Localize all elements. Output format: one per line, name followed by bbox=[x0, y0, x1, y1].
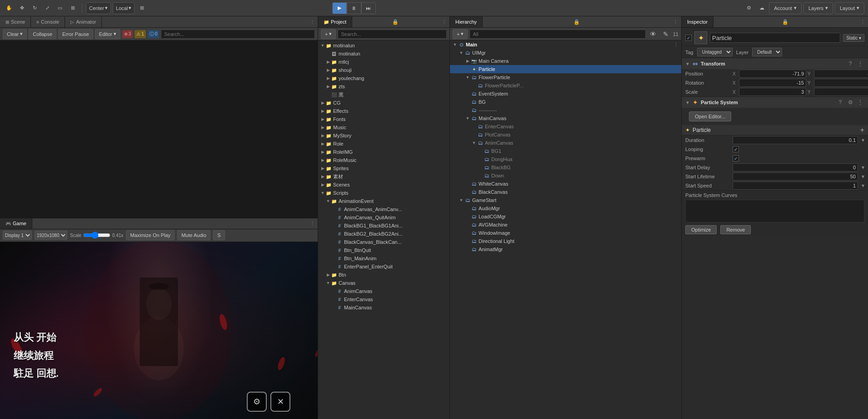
hierarchy-icon-1[interactable]: 👁 bbox=[648, 29, 658, 40]
hierarchy-item-entercanvas[interactable]: 🗂 EnterCanvas bbox=[450, 122, 681, 131]
scale-x-input[interactable] bbox=[739, 88, 806, 96]
hierarchy-item-bg1[interactable]: 🗂 BG1 bbox=[450, 147, 681, 155]
center-btn[interactable]: Center ▾ bbox=[86, 2, 111, 14]
move-tool[interactable]: ✥ bbox=[16, 3, 27, 14]
transform-menu-icon[interactable]: ⋮ bbox=[856, 60, 864, 68]
hierarchy-item-blackcanvas[interactable]: 🗂 BlackCanvas bbox=[450, 188, 681, 196]
position-y-input[interactable] bbox=[814, 70, 868, 78]
hierarchy-lock[interactable]: 🔒 bbox=[571, 16, 582, 27]
list-item[interactable]: ▶ 📁 youlechang bbox=[318, 74, 449, 82]
list-item[interactable]: ▼ 📁 motinalun bbox=[318, 41, 449, 50]
tab-scene[interactable]: ⊞ Scene bbox=[0, 16, 31, 27]
info-icon[interactable]: ? bbox=[836, 98, 844, 106]
inspector-lock[interactable]: 🔒 bbox=[780, 16, 791, 27]
warn-badge[interactable]: ⚠ 1 bbox=[135, 30, 146, 38]
display-select[interactable]: Display 1 bbox=[3, 231, 32, 240]
tab-inspector[interactable]: Inspector bbox=[682, 16, 713, 27]
editor-button[interactable]: Editor ▾ bbox=[95, 29, 120, 39]
inspector-more[interactable]: ⋮ bbox=[857, 16, 868, 27]
list-item[interactable]: # AnimCanvas_QuitAnim bbox=[318, 213, 449, 222]
hierarchy-item-gamestart[interactable]: ▼ 🗂 GameStart bbox=[450, 196, 681, 204]
settings-overlay-btn[interactable]: ⚙ bbox=[247, 392, 267, 412]
hierarchy-item-flowerparticle[interactable]: ▼ 🗂 FlowerParticle bbox=[450, 73, 681, 81]
cloud-icon[interactable]: ☁ bbox=[756, 3, 767, 14]
console-search[interactable] bbox=[161, 30, 315, 39]
position-x-input[interactable] bbox=[739, 70, 806, 78]
prewarm-checkbox[interactable] bbox=[733, 155, 739, 162]
tag-select[interactable]: Untagged bbox=[697, 48, 733, 56]
tab-console[interactable]: ≡ Console bbox=[31, 16, 65, 27]
game-tabs-more[interactable]: ⋮ bbox=[307, 218, 318, 229]
account-button[interactable]: Account ▾ bbox=[769, 2, 802, 14]
project-add-btn[interactable]: + ▾ bbox=[321, 29, 336, 39]
hierarchy-icon-2[interactable]: ✎ bbox=[660, 29, 671, 40]
layer-select[interactable]: Default bbox=[752, 48, 782, 56]
tab-game[interactable]: 🎮 Game bbox=[0, 218, 32, 229]
list-item[interactable]: ▼ 📁 Scripts bbox=[318, 189, 449, 197]
tab-project[interactable]: 📁 Project bbox=[318, 16, 352, 27]
collapse-button[interactable]: Collapse bbox=[29, 29, 56, 39]
list-item[interactable]: ▶ 📁 Scenes bbox=[318, 181, 449, 189]
list-item[interactable]: ⬛ 黑 bbox=[318, 91, 449, 99]
hierarchy-item-bg[interactable]: 🗂 BG bbox=[450, 98, 681, 106]
hierarchy-item-whitecanvas[interactable]: 🗂 WhiteCanvas bbox=[450, 180, 681, 188]
start-delay-input[interactable] bbox=[733, 163, 858, 172]
error-badge[interactable]: ⊗ 3 bbox=[122, 30, 133, 38]
hierarchy-add-btn[interactable]: + ▾ bbox=[453, 29, 468, 39]
hierarchy-item-uimgr[interactable]: ▼ 🗂 UIMgr bbox=[450, 49, 681, 57]
info-icon[interactable]: ? bbox=[846, 60, 854, 68]
start-delay-dropdown[interactable]: ▾ bbox=[862, 164, 864, 171]
scene-tabs-more[interactable]: ⋮ bbox=[307, 16, 318, 27]
list-item[interactable]: ▶ 📁 RoleMusic bbox=[318, 156, 449, 164]
hand-tool[interactable]: ✋ bbox=[4, 3, 15, 14]
open-editor-button[interactable]: Open Editor... bbox=[689, 111, 731, 121]
list-item[interactable]: ▶ 📁 CG bbox=[318, 99, 449, 107]
scale-y-input[interactable] bbox=[814, 88, 868, 96]
hierarchy-item-windowimage[interactable]: 🗂 WindowImage bbox=[450, 229, 681, 237]
tab-animator[interactable]: ▷ Animator bbox=[65, 16, 102, 27]
mute-audio-btn[interactable]: Mute Audio bbox=[177, 230, 210, 240]
list-item[interactable]: # MainCanvas bbox=[318, 303, 449, 312]
hierarchy-item-avgmachine[interactable]: 🗂 AVGMachine bbox=[450, 221, 681, 229]
rotation-y-input[interactable] bbox=[814, 79, 868, 87]
start-speed-input[interactable] bbox=[733, 182, 858, 190]
remove-button[interactable]: Remove bbox=[720, 225, 751, 234]
list-item[interactable]: ▶ 📁 mtlcj bbox=[318, 58, 449, 66]
transform-section-header[interactable]: ▼ ⇔ Transform ? ⋮ bbox=[682, 58, 868, 69]
hierarchy-item-animatmgr[interactable]: 🗂 AnimatMgr bbox=[450, 245, 681, 253]
scale-tool[interactable]: ⤢ bbox=[42, 3, 53, 14]
list-item[interactable]: ▶ 📁 Sprites bbox=[318, 164, 449, 172]
list-item[interactable]: ▶ 📁 Effects bbox=[318, 107, 449, 115]
list-item[interactable]: ▶ 📁 shouji bbox=[318, 66, 449, 74]
hierarchy-item-blackbg[interactable]: 🗂 BlackBG bbox=[450, 163, 681, 172]
project-tabs-lock[interactable]: 🔒 bbox=[390, 16, 401, 27]
rotation-x-input[interactable] bbox=[739, 79, 806, 87]
ps-add-icon[interactable]: + bbox=[860, 126, 864, 134]
tab-hierarchy[interactable]: Hierarchy bbox=[450, 16, 483, 27]
list-item[interactable]: ▶ 📁 素材 bbox=[318, 172, 449, 181]
list-item[interactable]: ▶ 📁 Music bbox=[318, 123, 449, 131]
resolution-select[interactable]: 1920x1080 bbox=[35, 231, 67, 240]
looping-checkbox[interactable] bbox=[733, 146, 739, 152]
hierarchy-item-maincamera[interactable]: ▶ 📷 Main Camera bbox=[450, 57, 681, 65]
clear-button[interactable]: Clear ▾ bbox=[3, 29, 27, 39]
info-badge[interactable]: ⓘ 0 bbox=[148, 30, 160, 38]
hierarchy-search[interactable] bbox=[469, 30, 645, 39]
hierarchy-item-animcanvas[interactable]: ▼ 🗂 AnimCanvas bbox=[450, 139, 681, 147]
static-button[interactable]: Static ▾ bbox=[843, 34, 864, 42]
list-item[interactable]: ▶ 📁 RoleIMG bbox=[318, 148, 449, 156]
ps-menu-icon[interactable]: ⋮ bbox=[856, 98, 864, 106]
rotate-tool[interactable]: ↻ bbox=[29, 3, 40, 14]
close-overlay-btn[interactable]: ✕ bbox=[270, 392, 290, 412]
start-lifetime-dropdown[interactable]: ▾ bbox=[862, 173, 864, 180]
list-item[interactable]: # EnterPanel_EnterQuit bbox=[318, 263, 449, 271]
particle-system-header[interactable]: ▼ ✦ Particle System ? ⚙ ⋮ bbox=[682, 97, 868, 108]
project-search[interactable] bbox=[338, 30, 447, 39]
hierarchy-item-eventsystem[interactable]: 🗂 EventSystem bbox=[450, 90, 681, 98]
list-item[interactable]: # BlackBG1_BlackBG1Ani... bbox=[318, 222, 449, 230]
layout-button[interactable]: Layout ▾ bbox=[835, 2, 864, 14]
hierarchy-item-main[interactable]: ▼ ⊙ Main ⋮ bbox=[450, 40, 681, 49]
object-active-checkbox[interactable] bbox=[685, 35, 692, 41]
list-item[interactable]: 🖼 motinalun bbox=[318, 50, 449, 58]
settings-icon[interactable]: ⚙ bbox=[743, 3, 754, 14]
